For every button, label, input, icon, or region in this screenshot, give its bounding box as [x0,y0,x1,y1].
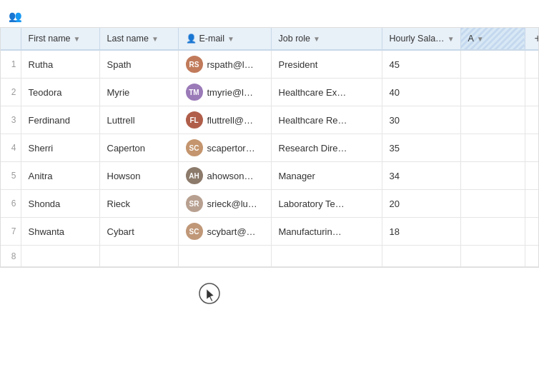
cursor-area [198,282,341,339]
email-text: fluttrell@… [207,115,254,126]
cell-hourly-salary: 18 [382,218,460,246]
cell-job-role: Manager [271,162,382,190]
col-header-email[interactable]: 👤 E-mail ▼ [178,28,271,50]
app-container: 👥 First name ▼ [0,0,539,392]
cell-a [460,190,525,218]
cell-job-role: Research Dire… [271,134,382,162]
cell-hourly-salary: 45 [382,50,460,79]
table-row[interactable]: 4SherriCapertonSCscapertor…Research Dire… [1,134,539,162]
add-column-button[interactable]: + [525,28,540,49]
email-text: scybart@… [207,226,256,237]
cell-last-name: Spath [99,50,178,79]
table-row[interactable]: 2TeodoraMyrieTMtmyrie@l…Healthcare Ex…40 [1,79,539,106]
email-text: tmyrie@l… [207,87,253,98]
cell-email: RSrspath@l… [178,50,271,79]
col-role-label: Job role [279,34,310,44]
email-text: ahowson… [207,171,254,181]
row-number: 1 [1,50,21,79]
avatar: TM [186,84,203,101]
empty-cell [21,246,99,267]
avatar: FL [186,111,203,129]
sort-arrow-a: ▼ [477,35,484,43]
sort-arrow-last: ▼ [152,35,159,43]
col-first-label: First name [29,34,71,44]
col-header-role[interactable]: Job role ▼ [271,28,382,50]
cell-last-name: Cybart [99,218,178,246]
table-row[interactable]: 6ShondaRieckSRsrieck@lu…Laboratory Te…20 [1,190,539,218]
cell-add [525,106,539,134]
cell-job-role: President [271,50,382,79]
col-email-label: E-mail [199,34,224,44]
empty-cell [525,246,539,267]
cell-last-name: Myrie [99,79,178,106]
cell-first-name: Teodora [21,79,99,106]
svg-marker-1 [207,289,214,301]
row-number: 7 [1,218,21,246]
col-a-label: A [468,34,474,44]
cell-hourly-salary: 40 [382,79,460,106]
cell-email: TMtmyrie@l… [178,79,271,106]
cell-last-name: Caperton [99,134,178,162]
table-row[interactable]: 1RuthaSpathRSrspath@l…President45 [1,50,539,79]
cell-first-name: Shwanta [21,218,99,246]
col-salary-label: Hourly Sala… [390,34,445,44]
table-row[interactable]: 5AnitraHowsonAHahowson…Manager34 [1,162,539,190]
email-text: rspath@l… [207,59,254,70]
cell-hourly-salary: 34 [382,162,460,190]
avatar: AH [186,167,203,184]
cell-hourly-salary: 20 [382,190,460,218]
empty-cell [99,246,178,267]
cell-first-name: Sherri [21,134,99,162]
cell-last-name: Howson [99,162,178,190]
cell-hourly-salary: 35 [382,134,460,162]
avatar: SR [186,195,203,212]
empty-cell [178,246,271,267]
table-row[interactable]: 7ShwantaCybartSCscybart@…Manufacturin…18 [1,218,539,246]
col-header-first[interactable]: First name ▼ [21,28,99,50]
cell-a [460,106,525,134]
sort-arrow-first: ▼ [74,35,81,43]
empty-cell [271,246,382,267]
cell-a [460,50,525,79]
cell-add [525,162,539,190]
cursor-icon [198,282,221,308]
table-row[interactable]: 3FerdinandLuttrellFLfluttrell@…Healthcar… [1,106,539,134]
email-text: srieck@lu… [207,198,257,209]
table-header-row: First name ▼ Last name ▼ 👤 E-mail [1,28,539,50]
empty-row-num: 8 [1,246,21,267]
col-header-num [1,28,21,50]
col-last-label: Last name [107,34,149,44]
cell-job-role: Healthcare Re… [271,106,382,134]
row-number: 5 [1,162,21,190]
col-header-add[interactable]: + [525,28,539,50]
cell-email: SCscybart@… [178,218,271,246]
table-row-empty: 8 [1,246,539,267]
cell-email: FLfluttrell@… [178,106,271,134]
sort-arrow-email: ▼ [227,35,234,43]
col-header-last[interactable]: Last name ▼ [99,28,178,50]
row-number: 3 [1,106,21,134]
col-header-a[interactable]: A ▼ [460,28,525,50]
data-table: First name ▼ Last name ▼ 👤 E-mail [1,28,539,267]
cell-job-role: Manufacturin… [271,218,382,246]
row-number: 4 [1,134,21,162]
cell-first-name: Rutha [21,50,99,79]
sort-arrow-salary: ▼ [447,35,455,43]
cell-a [460,79,525,106]
avatar: RS [186,56,203,73]
cell-last-name: Luttrell [99,106,178,134]
cell-add [525,50,539,79]
title-bar: 👥 [0,7,539,27]
table-body: 1RuthaSpathRSrspath@l…President452Teodor… [1,50,539,267]
cell-a [460,162,525,190]
table-wrapper: First name ▼ Last name ▼ 👤 E-mail [0,27,539,268]
cell-add [525,79,539,106]
cell-first-name: Anitra [21,162,99,190]
row-number: 2 [1,79,21,106]
avatar: SC [186,223,203,240]
cell-add [525,134,539,162]
cell-first-name: Shonda [21,190,99,218]
col-header-salary[interactable]: Hourly Sala… ▼ [382,28,460,50]
empty-cell [460,246,525,267]
row-number: 6 [1,190,21,218]
